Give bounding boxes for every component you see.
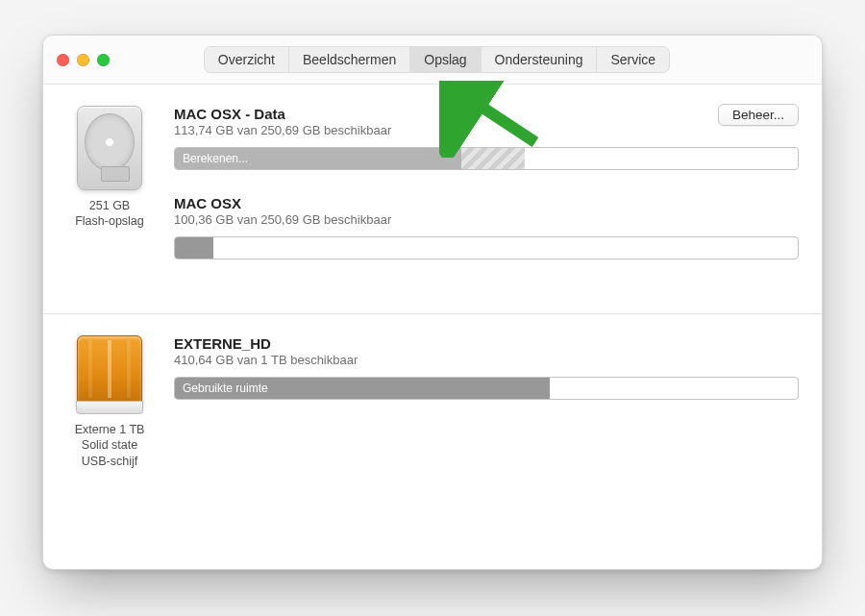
tab-service[interactable]: Service <box>597 47 669 72</box>
zoom-window-button[interactable] <box>97 54 110 66</box>
volume-system-name: MAC OSX <box>174 195 799 211</box>
internal-drive-size: 251 GB <box>89 199 130 212</box>
volume-data-usage-bar: Berekenen... <box>174 147 799 170</box>
external-drive-size: Externe 1 TB <box>75 423 145 436</box>
internal-drive-section: 251 GB Flash-opslag Beheer... MAC OSX - … <box>66 106 799 259</box>
storage-content: 251 GB Flash-opslag Beheer... MAC OSX - … <box>43 85 822 570</box>
external-drive-icon <box>77 335 142 408</box>
tab-overview[interactable]: Overzicht <box>205 47 289 72</box>
volume-ext-usage-bar: Gebruikte ruimte <box>174 377 799 400</box>
hdd-icon <box>77 106 142 190</box>
volume-ext-segment-label: Gebruikte ruimte <box>183 382 268 395</box>
about-this-mac-storage-window: Overzicht Beeldschermen Opslag Ondersteu… <box>42 35 823 570</box>
tab-displays[interactable]: Beeldschermen <box>289 47 410 72</box>
volume-data-used-segment: Berekenen... <box>175 148 469 169</box>
close-window-button[interactable] <box>57 54 69 66</box>
minimize-window-button[interactable] <box>77 54 89 66</box>
external-drive-type1: Solid state <box>82 438 137 452</box>
volume-ext-subtitle: 410,64 GB van 1 TB beschikbaar <box>174 353 799 367</box>
external-drive-label: Externe 1 TB Solid state USB-schijf <box>75 422 145 469</box>
external-drive-section: Externe 1 TB Solid state USB-schijf EXTE… <box>66 335 799 469</box>
internal-drive-type: Flash-opslag <box>75 214 144 228</box>
external-drive-type2: USB-schijf <box>82 455 137 468</box>
tab-bar: Overzicht Beeldschermen Opslag Ondersteu… <box>204 46 670 73</box>
titlebar: Overzicht Beeldschermen Opslag Ondersteu… <box>43 36 822 85</box>
tab-storage[interactable]: Opslag <box>410 47 481 72</box>
volume-data-calculating-segment <box>461 148 525 169</box>
volume-ext-name: EXTERNE_HD <box>174 335 799 352</box>
volume-system-used-segment <box>175 237 213 259</box>
window-controls <box>57 54 115 66</box>
volume-data-segment-label: Berekenen... <box>183 152 248 165</box>
volume-system-usage-bar <box>174 236 799 259</box>
external-drive-icon-col: Externe 1 TB Solid state USB-schijf <box>66 335 153 469</box>
manage-button[interactable]: Beheer... <box>718 104 799 126</box>
internal-drive-label: 251 GB Flash-opslag <box>75 198 144 230</box>
volume-data-subtitle: 113,74 GB van 250,69 GB beschikbaar <box>174 123 799 137</box>
volume-data-name: MAC OSX - Data <box>174 106 799 122</box>
internal-drive-icon-col: 251 GB Flash-opslag <box>66 106 153 230</box>
tab-support[interactable]: Ondersteuning <box>482 47 598 72</box>
volume-system-subtitle: 100,36 GB van 250,69 GB beschikbaar <box>174 212 799 227</box>
volume-ext-used-segment: Gebruikte ruimte <box>175 378 550 399</box>
